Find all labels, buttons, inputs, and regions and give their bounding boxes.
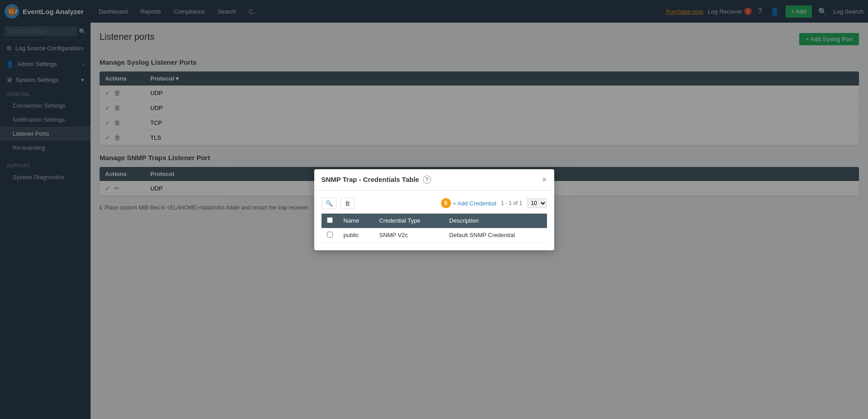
pagination-info: 1 - 1 of 1 <box>501 200 522 206</box>
modal-body: 🔍 🗑 6 + Add Credential 1 - 1 of 1 10 <box>314 190 554 250</box>
description-cell: Default SNMP Credential <box>444 228 547 243</box>
modal-toolbar: 🔍 🗑 6 + Add Credential 1 - 1 of 1 10 <box>321 198 547 209</box>
modal-title: SNMP Trap - Credentials Table ? <box>321 176 431 184</box>
modal-toolbar-left: 🔍 🗑 <box>321 198 355 209</box>
modal-help-icon[interactable]: ? <box>423 176 431 184</box>
description-col-header: Description <box>444 214 547 228</box>
search-toolbar-button[interactable]: 🔍 <box>321 198 337 209</box>
delete-toolbar-button[interactable]: 🗑 <box>340 198 355 209</box>
modal-title-text: SNMP Trap - Credentials Table <box>321 176 419 183</box>
credentials-table: Name Credential Type Description public … <box>321 214 547 243</box>
badge-count: 6 <box>441 198 451 208</box>
modal-toolbar-right: 6 + Add Credential 1 - 1 of 1 10 <box>441 198 547 208</box>
per-page-select[interactable]: 10 <box>527 198 547 208</box>
checkbox-col-header <box>321 214 338 228</box>
modal-header: SNMP Trap - Credentials Table ? × <box>314 169 554 190</box>
row-checkbox-cell <box>321 228 338 243</box>
name-cell: public <box>338 228 374 243</box>
add-credential-label: + Add Credential <box>453 200 496 207</box>
add-credential-button[interactable]: + Add Credential <box>453 200 496 207</box>
credential-row: public SNMP V2c Default SNMP Credential <box>321 228 547 243</box>
modal-overlay[interactable]: SNMP Trap - Credentials Table ? × 🔍 🗑 6 … <box>0 0 868 419</box>
row-checkbox[interactable] <box>327 232 333 238</box>
name-col-header: Name <box>338 214 374 228</box>
credential-type-cell: SNMP V2c <box>374 228 444 243</box>
credentials-modal: SNMP Trap - Credentials Table ? × 🔍 🗑 6 … <box>314 169 554 250</box>
modal-close-button[interactable]: × <box>542 176 547 184</box>
select-all-checkbox[interactable] <box>327 217 333 223</box>
credential-type-col-header: Credential Type <box>374 214 444 228</box>
table-header-row: Name Credential Type Description <box>321 214 547 228</box>
